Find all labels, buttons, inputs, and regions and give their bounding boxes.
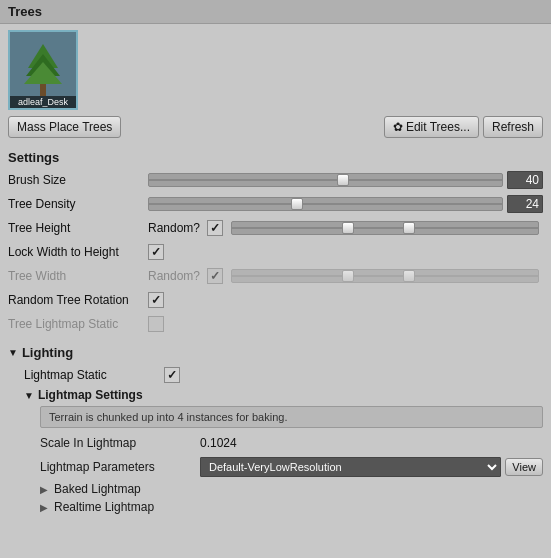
lightmap-view-button[interactable]: View (505, 458, 543, 476)
lightmap-static-label: Lightmap Static (24, 368, 164, 382)
brush-size-row: Brush Size (8, 169, 543, 191)
lightmap-static-checkbox-wrapper (164, 367, 180, 383)
lighting-label: Lighting (22, 345, 73, 360)
brush-size-track (149, 179, 502, 181)
tree-lightmap-static-checkbox[interactable] (148, 316, 164, 332)
tree-thumb-label: adleaf_Desk (10, 96, 76, 108)
tree-lightmap-static-checkbox-wrapper (148, 316, 164, 332)
lock-width-label: Lock Width to Height (8, 245, 148, 259)
tree-density-thumb[interactable] (291, 198, 303, 210)
tree-height-thumb-right[interactable] (403, 222, 415, 234)
tree-density-row: Tree Density (8, 193, 543, 215)
lightmap-settings-label: Lightmap Settings (38, 388, 143, 402)
edit-trees-button[interactable]: ✿ Edit Trees... (384, 116, 479, 138)
baked-lightmap-label: Baked Lightmap (54, 482, 141, 496)
tree-height-row: Tree Height Random? (8, 217, 543, 239)
lightmap-settings-content: Terrain is chunked up into 4 instances f… (24, 406, 543, 516)
trees-panel: Trees adleaf_Desk Mass Place Trees (0, 0, 551, 520)
lighting-header[interactable]: ▼ Lighting (8, 345, 543, 360)
random-rotation-checkbox-wrapper (148, 292, 164, 308)
tree-height-random-label: Random? (148, 221, 203, 235)
scale-lightmap-row: Scale In Lightmap 0.1024 (40, 432, 543, 454)
mass-place-trees-button[interactable]: Mass Place Trees (8, 116, 121, 138)
lighting-content: Lightmap Static ▼ Lightmap Settings Terr… (8, 364, 543, 516)
tree-density-label: Tree Density (8, 197, 148, 211)
brush-size-slider[interactable] (148, 173, 503, 187)
tree-width-random-label: Random? (148, 269, 203, 283)
tree-height-track (232, 227, 538, 229)
baked-lightmap-row[interactable]: ▶ Baked Lightmap (40, 480, 543, 498)
lighting-triangle: ▼ (8, 347, 18, 358)
lightmap-params-row: Lightmap Parameters Default-VeryLowResol… (40, 457, 543, 477)
lock-width-checkbox[interactable] (148, 244, 164, 260)
trees-section: adleaf_Desk Mass Place Trees ✿ Edit Tree… (0, 24, 551, 146)
random-rotation-label: Random Tree Rotation (8, 293, 148, 307)
settings-section: Settings Brush Size Tree Density (0, 146, 551, 341)
random-rotation-row: Random Tree Rotation (8, 289, 543, 311)
realtime-lightmap-row[interactable]: ▶ Realtime Lightmap (40, 498, 543, 516)
svg-rect-0 (40, 82, 46, 96)
lightmap-static-row: Lightmap Static (24, 364, 543, 386)
lightmap-info-text: Terrain is chunked up into 4 instances f… (49, 411, 287, 423)
scale-lightmap-value: 0.1024 (200, 436, 237, 450)
tree-lightmap-static-label: Tree Lightmap Static (8, 317, 148, 331)
tree-density-slider-area (148, 195, 543, 213)
tree-width-track (232, 275, 538, 277)
tree-width-thumb-right[interactable] (403, 270, 415, 282)
tree-height-area: Random? (148, 220, 543, 236)
tree-height-random-checkbox-wrapper (207, 220, 223, 236)
random-rotation-checkbox[interactable] (148, 292, 164, 308)
scale-lightmap-label: Scale In Lightmap (40, 436, 200, 450)
tree-height-random-checkbox[interactable] (207, 220, 223, 236)
tree-lightmap-static-row: Tree Lightmap Static (8, 313, 543, 335)
tree-height-slider[interactable] (231, 221, 539, 235)
lightmap-settings-triangle: ▼ (24, 390, 34, 401)
tree-thumbnails: adleaf_Desk (8, 30, 543, 110)
tree-height-label: Tree Height (8, 221, 148, 235)
section-title: Trees (8, 4, 42, 19)
tree-width-random-checkbox-wrapper (207, 268, 223, 284)
realtime-lightmap-label: Realtime Lightmap (54, 500, 154, 514)
tree-width-random-checkbox[interactable] (207, 268, 223, 284)
toolbar-row: Mass Place Trees ✿ Edit Trees... Refresh (8, 116, 543, 138)
brush-size-thumb[interactable] (337, 174, 349, 186)
tree-height-thumb-left[interactable] (342, 222, 354, 234)
lighting-section: ▼ Lighting Lightmap Static ▼ Lightmap Se… (0, 341, 551, 520)
lightmap-info-box: Terrain is chunked up into 4 instances f… (40, 406, 543, 428)
tree-width-row: Tree Width Random? (8, 265, 543, 287)
lightmap-params-select[interactable]: Default-VeryLowResolution (200, 457, 501, 477)
tree-width-thumb-left[interactable] (342, 270, 354, 282)
baked-triangle-icon: ▶ (40, 484, 48, 495)
tree-density-value[interactable] (507, 195, 543, 213)
tree-width-slider[interactable] (231, 269, 539, 283)
lightmap-params-label: Lightmap Parameters (40, 460, 200, 474)
lock-width-row: Lock Width to Height (8, 241, 543, 263)
lightmap-static-checkbox[interactable] (164, 367, 180, 383)
tree-width-label: Tree Width (8, 269, 148, 283)
brush-size-slider-area (148, 171, 543, 189)
section-header-trees: Trees (0, 0, 551, 24)
brush-size-label: Brush Size (8, 173, 148, 187)
brush-size-value[interactable] (507, 171, 543, 189)
tree-thumbnail[interactable]: adleaf_Desk (8, 30, 78, 110)
tree-density-track (149, 203, 502, 205)
tree-image (18, 40, 68, 100)
settings-title: Settings (8, 150, 543, 165)
tree-density-slider[interactable] (148, 197, 503, 211)
lightmap-settings-header[interactable]: ▼ Lightmap Settings (24, 388, 543, 402)
refresh-button[interactable]: Refresh (483, 116, 543, 138)
lock-width-checkbox-wrapper (148, 244, 164, 260)
realtime-triangle-icon: ▶ (40, 502, 48, 513)
tree-width-area: Random? (148, 268, 543, 284)
